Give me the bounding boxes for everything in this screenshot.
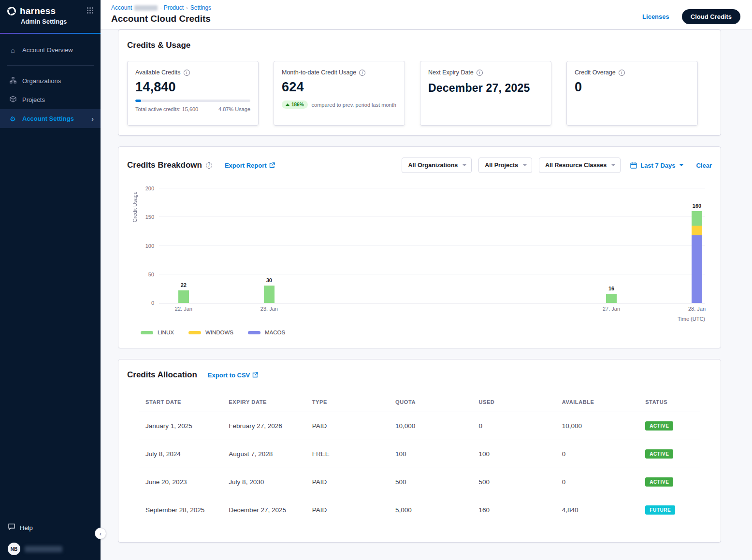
gridline — [159, 245, 705, 246]
breadcrumb-account-link[interactable]: Account — [111, 4, 132, 11]
x-tick-label: 22. Jan — [175, 306, 192, 312]
available-credits-value: 14,840 — [135, 80, 250, 95]
bar-28-jan[interactable] — [692, 211, 702, 303]
chevron-down-icon — [611, 164, 615, 166]
status-badge: FUTURE — [645, 505, 675, 515]
projects-filter-select[interactable]: All Projects — [478, 158, 532, 173]
legend-swatch — [248, 331, 260, 334]
y-tick-label: 100 — [145, 243, 154, 249]
sidebar-collapse-button[interactable]: ‹ — [95, 528, 106, 539]
cell-expiry_date: July 8, 2030 — [222, 468, 305, 496]
credits-breakdown-title: Credits Breakdown — [127, 160, 202, 170]
sidebar-item-account-settings[interactable]: ⚙ Account Settings › — [0, 109, 101, 128]
cell-available: 10,000 — [555, 412, 638, 440]
credits-progress-bar — [135, 100, 250, 102]
delta-value: 186% — [291, 102, 304, 107]
bar-segment-macos — [692, 235, 702, 303]
info-icon[interactable] — [477, 70, 483, 76]
info-icon[interactable] — [206, 162, 212, 169]
sidebar-nav: ⌂ Account Overview Organizations Project… — [0, 34, 101, 128]
date-range-picker[interactable]: Last 7 Days — [630, 162, 683, 169]
table-row[interactable]: July 8, 2024August 7, 2028FREE1001000ACT… — [139, 440, 700, 468]
credits-allocation-title: Credits Allocation — [127, 370, 197, 380]
x-tick-label: 28. Jan — [688, 306, 706, 312]
usage-percent-note: 4.87% Usage — [218, 106, 250, 112]
available-credits-label: Available Credits — [135, 69, 181, 76]
help-button[interactable]: Help — [8, 520, 93, 535]
cell-used: 0 — [472, 412, 555, 440]
cell-quota: 5,000 — [389, 496, 472, 524]
cloud-credits-button[interactable]: Cloud Credits — [682, 9, 740, 24]
breadcrumb-settings-link[interactable]: Settings — [190, 4, 211, 11]
legend-item-linux[interactable]: LINUX — [141, 330, 174, 335]
y-tick-label: 200 — [145, 186, 154, 191]
cell-type: FREE — [305, 440, 389, 468]
sidebar-item-label: Organizations — [22, 77, 61, 85]
credits-usage-title: Credits & Usage — [127, 41, 712, 50]
resource-classes-filter-select[interactable]: All Resource Classes — [539, 158, 621, 173]
mtd-usage-value: 624 — [282, 80, 397, 95]
sidebar-item-projects[interactable]: Projects — [0, 90, 101, 109]
module-grid-icon[interactable] — [87, 7, 94, 16]
cell-start_date: September 28, 2025 — [139, 496, 222, 524]
status-badge: ACTIVE — [645, 477, 673, 487]
mtd-usage-label: Month-to-date Credit Usage — [282, 69, 356, 76]
credit-overage-value: 0 — [575, 80, 690, 95]
info-icon[interactable] — [184, 70, 190, 76]
chart-plot-area: Credit Usage 0501001502002222. Jan3023. … — [159, 188, 705, 303]
column-header: USED — [472, 394, 555, 412]
info-icon[interactable] — [359, 70, 365, 76]
redacted-account-name — [134, 5, 158, 11]
up-arrow-icon — [286, 103, 289, 106]
export-report-link[interactable]: Export Report — [225, 162, 275, 169]
legend-item-windows[interactable]: WINDOWS — [188, 330, 233, 335]
export-csv-link[interactable]: Export to CSV — [208, 372, 258, 379]
calendar-icon — [630, 162, 637, 169]
cell-type: PAID — [305, 412, 389, 440]
external-link-icon — [269, 162, 275, 168]
organizations-filter-select[interactable]: All Organizations — [402, 158, 472, 173]
table-row[interactable]: January 1, 2025February 27, 2026PAID10,0… — [139, 412, 700, 440]
y-tick-label: 0 — [151, 300, 154, 306]
next-expiry-label: Next Expiry Date — [428, 69, 474, 76]
projects-filter-value: All Projects — [485, 162, 518, 169]
column-header: QUOTA — [389, 394, 472, 412]
next-expiry-card: Next Expiry Date December 27, 2025 — [420, 61, 551, 126]
cell-quota: 100 — [389, 440, 472, 468]
cell-quota: 10,000 — [389, 412, 472, 440]
delta-note: compared to prev. period last month — [312, 102, 396, 108]
sidebar-item-account-overview[interactable]: ⌂ Account Overview — [0, 41, 101, 59]
column-header: START DATE — [139, 394, 222, 412]
user-account-row[interactable]: NB — [8, 543, 93, 555]
licenses-link[interactable]: Licenses — [642, 13, 669, 20]
column-header: EXPIRY DATE — [222, 394, 305, 412]
projects-icon — [9, 96, 17, 104]
cell-quota: 500 — [389, 468, 472, 496]
export-csv-label: Export to CSV — [208, 372, 250, 379]
bar-27-jan[interactable] — [606, 294, 617, 303]
info-icon[interactable] — [619, 70, 625, 76]
status-badge: ACTIVE — [645, 449, 673, 459]
resource-classes-filter-value: All Resource Classes — [545, 162, 607, 169]
mtd-usage-card: Month-to-date Credit Usage 624 186% comp… — [274, 61, 405, 126]
home-icon: ⌂ — [9, 46, 17, 54]
gridline — [159, 188, 705, 188]
avatar[interactable]: NB — [8, 543, 20, 555]
brand-name: harness — [20, 6, 56, 16]
credits-usage-card: Credits & Usage Available Credits 14,840… — [118, 29, 721, 136]
table-row[interactable]: June 20, 2023July 8, 2030PAID5005000ACTI… — [139, 468, 700, 496]
bar-segment-linux — [178, 290, 189, 303]
table-header-row: START DATEEXPIRY DATETYPEQUOTAUSEDAVAILA… — [139, 394, 700, 412]
x-tick-label: 23. Jan — [260, 306, 278, 312]
legend-item-macos[interactable]: MACOS — [248, 330, 285, 335]
bar-22-jan[interactable] — [178, 290, 189, 303]
main-content: Account - Product › Settings Account Clo… — [101, 0, 752, 560]
gridline — [159, 274, 705, 274]
table-row[interactable]: September 28, 2025December 27, 2025PAID5… — [139, 496, 700, 524]
bar-23-jan[interactable] — [264, 286, 275, 303]
clear-filters-link[interactable]: Clear — [696, 162, 712, 169]
breadcrumb-product-link[interactable]: - Product — [160, 4, 184, 11]
sidebar-item-organizations[interactable]: Organizations — [0, 72, 101, 90]
cell-used: 160 — [472, 496, 555, 524]
credits-allocation-card: Credits Allocation Export to CSV START D… — [118, 359, 721, 543]
